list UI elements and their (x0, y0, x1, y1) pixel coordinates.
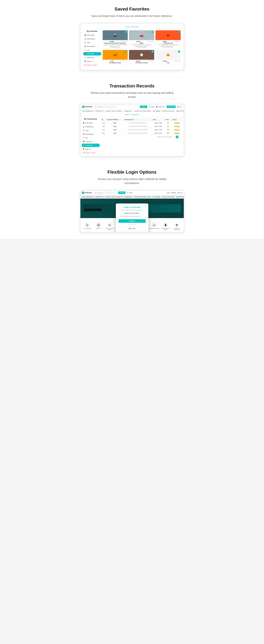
login-cat-musical[interactable]: Musical Instruments (162, 196, 174, 198)
cat-musical[interactable]: Musical Instruments (162, 110, 174, 112)
product-card-5[interactable]: 🐱 ❤ $ 3.5K 1 month ago Cat (155, 50, 181, 64)
product-card-0[interactable]: 📷 ❤ $ 2.5K 3 months ago "Capture the Mom… (103, 30, 128, 49)
txn-breadcrumb-transaction[interactable]: Transaction (131, 114, 139, 116)
cat-icon-2: 🛋 (107, 223, 112, 227)
login-cat-mobile[interactable]: Mobile Phones & Ti (176, 196, 184, 198)
cat-sunglasses[interactable]: sunglasses (124, 110, 132, 112)
login-all-categories[interactable]: All Categories (94, 192, 103, 194)
cat-icon-1: 🎧 (96, 223, 101, 227)
sidebar-item-chat[interactable]: 💬Chat (83, 41, 101, 44)
product-title-2: KTM Duke 390 (156, 42, 180, 44)
continue-button[interactable]: Continue (118, 219, 146, 223)
cat-electronics[interactable]: Electronics (96, 110, 104, 112)
sidebar-item-signout[interactable]: 🚪Sign out (83, 60, 101, 63)
cat-furniture[interactable]: Furniture, Home & Garden (105, 110, 123, 112)
cat-test[interactable]: test category (153, 110, 161, 112)
product-card-3[interactable]: 🛋 ❤ $ 30 2 months ago lice shade Curtain (103, 50, 128, 64)
txn-profile-icon: 👤 (83, 122, 85, 124)
login-cat-test[interactable]: test category (153, 196, 161, 198)
login-link[interactable]: Login (166, 192, 170, 194)
sidebar-item-favourites[interactable]: ❤️Favourites (83, 52, 101, 56)
login-cat-sunglasses[interactable]: sunglasses (124, 196, 132, 198)
pagination-showing: Showing 1 to 4 of 4 entries (157, 136, 172, 138)
product-grid: 📷 ❤ $ 2.5K 3 months ago "Capture the Mom… (103, 30, 181, 64)
product-card-2[interactable]: 🏍 ❤ $ 200 3 months ago KTM Duke 390 The … (155, 30, 181, 49)
modal-close-button[interactable]: × (145, 205, 147, 207)
prev-page-button[interactable]: ‹ (173, 136, 175, 138)
breadcrumb-favourites[interactable]: Favourites (131, 26, 139, 28)
cell-date-1: April 1, 2024 (152, 124, 165, 128)
txn-sidebar-delete[interactable]: 🗑Delete Account (82, 151, 100, 154)
product-location-1: Bhuj,Gujarat,India (130, 47, 154, 48)
sidebar-item-subscription[interactable]: ⭕Subscription (83, 44, 101, 48)
cat-icon-8: 💻 (174, 223, 179, 227)
sidebar-item-edit-profile[interactable]: 👤Edit Profile (83, 34, 101, 37)
product-grid-area: 📷 ❤ $ 2.5K 3 months ago "Capture the Mom… (103, 30, 181, 67)
txn-sidebar-edit-profile[interactable]: 👤Edit Profile (82, 121, 100, 124)
txn-sidebar-favourites[interactable]: ❤️Favourites (82, 140, 100, 143)
sidebar-item-ads[interactable]: 📋Ads (83, 48, 101, 52)
login-search-button[interactable]: Search (118, 192, 125, 194)
product-card-1[interactable]: 🚗 ❤ $ 2.2K 3 months ago BMW The Accord H… (129, 30, 154, 49)
login-cat-electronics[interactable]: Electronics (96, 196, 104, 198)
section2-title: Transaction Records (3, 84, 261, 88)
txn-sidebar-notifications[interactable]: 🔔Notifications (82, 125, 100, 128)
login-cat-home[interactable]: Home appliances (82, 196, 94, 198)
page-1-button[interactable]: 1 (176, 136, 178, 138)
cat-home-appliances[interactable]: Home appliances (82, 110, 94, 112)
table-row-3: 101 Stripe pi_3POe9FBvoXuAhOgs1qoA81Fg A… (101, 132, 182, 135)
category-cell-1[interactable]: 🎧 Electronics (93, 223, 104, 230)
google-signin-button[interactable]: G Google (118, 227, 146, 230)
cat-label-0: Home appliances (83, 228, 91, 229)
logo-text: eClassify (85, 106, 92, 108)
login-nav-search[interactable]: All Categories | Search any item (93, 191, 117, 194)
pagination-area: Showing 1 to 4 of 4 entries ‹ 1 › (101, 135, 182, 139)
login-cat-consoles[interactable]: Consoles and Video Games (134, 196, 151, 198)
txn-label-edit-profile: Edit Profile (85, 122, 93, 124)
category-cell-2[interactable]: 🛋 Furniture, Home & Garden (104, 223, 115, 230)
modal-subtitle: New to eClassify? Create an account. (118, 209, 146, 211)
product-card-4[interactable]: ⌚ ❤ $ 2.6K 2 months ago TAG Heuer Carrer… (129, 50, 154, 64)
cat-consoles[interactable]: Consoles and Video Games (134, 110, 151, 112)
txn-sidebar-chat[interactable]: 💬Chat (82, 129, 100, 132)
cell-price-0: 59 (165, 121, 172, 124)
category-cell-0[interactable]: 🏠 Home appliances (82, 223, 93, 230)
ad-listing-button[interactable]: Ad Listing (167, 106, 176, 108)
col-date: Date (152, 118, 165, 121)
login-navbar: e eClassify All Categories | Search any … (80, 190, 184, 195)
breadcrumb-home[interactable]: Home (125, 26, 129, 28)
product-title-1: BMW (130, 42, 154, 44)
profile-icon: 👤 (84, 34, 86, 36)
txn-sidebar-subscription[interactable]: ⭕Subscription (82, 132, 100, 136)
txn-sub-icon: ⭕ (83, 133, 85, 135)
nav-language[interactable]: 🌐 en ▾ (177, 106, 182, 108)
txn-label-signout: Sign out (85, 148, 91, 150)
next-page-button[interactable]: › (179, 136, 181, 138)
status-badge-1: Pending (174, 126, 180, 128)
register-link[interactable]: Register (171, 192, 176, 194)
cell-date-2: April 1, 2024 (152, 128, 165, 132)
txn-sidebar-transaction[interactable]: 🗂Transaction (82, 144, 100, 147)
cat-label-8: Computers & Networking (172, 228, 182, 230)
all-categories-label[interactable]: All Categories (95, 106, 104, 108)
sidebar-item-delete-account[interactable]: 🗑Delete Account (83, 63, 101, 67)
sidebar-item-transaction[interactable]: 🗂Transaction (83, 56, 101, 59)
create-account-link[interactable]: Create an account. (132, 209, 143, 211)
email-phone-input[interactable] (118, 214, 146, 218)
cat-mobile[interactable]: Mobile Phones & Ti (176, 110, 184, 112)
col-payment: Payment Method (106, 118, 123, 121)
cell-txn-1: pi_3PO6OBvoXuAhOgs1oW47B6S (123, 124, 152, 128)
login-lang[interactable]: 🌐 en ▾ (177, 192, 182, 194)
nav-search-bar[interactable]: All Categories | Search any item (93, 105, 139, 108)
product-image-3: 🛋 (103, 50, 128, 60)
txn-sidebar-ads[interactable]: 📋Ads (82, 136, 100, 140)
txn-breadcrumb-home[interactable]: Home (125, 114, 129, 116)
txn-sidebar-signout[interactable]: 🚪Sign out (82, 147, 100, 151)
category-cell-7[interactable]: 📱 Mobile Phones & Tablets (160, 223, 171, 230)
category-cell-6[interactable]: 🎸 Musical Instruments (149, 223, 160, 230)
search-button[interactable]: Search (140, 106, 147, 108)
login-cat-furniture[interactable]: Furniture, Home & Garden (105, 196, 123, 198)
category-cell-8[interactable]: 💻 Computers & Networking (172, 223, 182, 230)
sidebar-item-notifications[interactable]: 🔔Notifications (83, 37, 101, 40)
txn-sidebar-title: My Transaction (82, 118, 100, 120)
